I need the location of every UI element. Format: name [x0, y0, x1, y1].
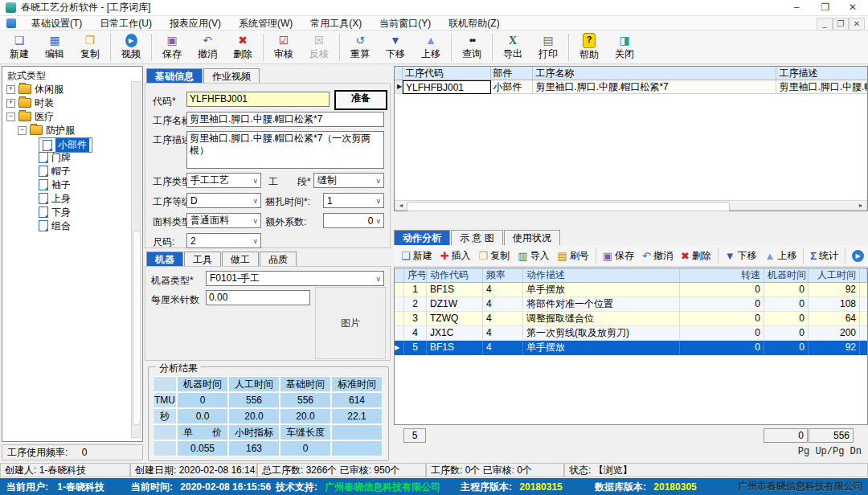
copy-button[interactable]: ❐ 复制 — [72, 31, 108, 63]
action-undo-button[interactable]: ↶ 撤消 — [638, 246, 677, 265]
close-icon[interactable]: ✕ — [839, 0, 866, 15]
col-header-machine-time[interactable]: 机器时间 — [764, 268, 809, 283]
restore-icon[interactable]: ❐ — [812, 0, 839, 15]
col-header-process-code[interactable]: 工序代码 — [403, 67, 491, 80]
process-name-cell[interactable]: 剪里袖口.脚口.中腰.帽口松紧*7 — [533, 80, 776, 94]
action-code-cell[interactable]: DZ1W — [427, 297, 483, 312]
menu-item-reports[interactable]: 报表应用(V) — [161, 16, 230, 31]
ready-button[interactable]: 准备 — [334, 90, 387, 110]
tab-basic-info[interactable]: 基础信息 — [146, 68, 203, 84]
action-grid-row[interactable]: 2 DZ1W 4 将部件对准一个位置 0 0 108 — [395, 297, 867, 312]
seq-cell[interactable]: 1 — [404, 283, 427, 297]
menu-item-system-management[interactable]: 系统管理(W) — [230, 16, 301, 31]
col-header-part[interactable]: 部件 — [491, 67, 534, 80]
action-code-cell[interactable]: JX1C — [427, 326, 483, 341]
labor-time-cell[interactable]: 108 — [809, 297, 860, 312]
machine-time-cell[interactable]: 0 — [764, 297, 809, 312]
minimize-icon[interactable]: – — [783, 0, 810, 15]
new-button[interactable]: ❏ 新建 — [2, 31, 37, 63]
menu-item-current-window[interactable]: 当前窗口(Y) — [371, 16, 440, 31]
machine-time-cell[interactable]: 0 — [764, 312, 809, 326]
process-name-input[interactable]: 剪里袖口.脚口.中腰.帽口松紧*7 — [186, 112, 384, 127]
tab-action-analysis[interactable]: 动作分析 — [394, 230, 450, 245]
export-button[interactable]: X 导出 — [495, 31, 530, 63]
stitches-per-cm-input[interactable]: 0.00 — [206, 290, 310, 305]
action-desc-cell[interactable]: 将部件对准一个位置 — [523, 297, 680, 312]
process-desc-textarea[interactable]: 剪里袖口.脚口.中腰.帽口松紧*7（一次剪两根） — [186, 131, 384, 169]
expand-plus-icon[interactable]: + — [6, 99, 15, 108]
speed-cell[interactable]: 0 — [680, 297, 764, 312]
delete-button[interactable]: ✖ 删除 — [225, 31, 260, 63]
seq-cell[interactable]: 5 — [404, 341, 427, 355]
action-code-cell[interactable]: TZWQ — [427, 312, 483, 326]
frequency-cell[interactable]: 4 — [483, 341, 523, 355]
process-desc-cell[interactable]: 剪里袖口.脚口.中腰.帽口松紧*7（一次剪两根） — [776, 80, 867, 94]
speed-cell[interactable]: 0 — [680, 283, 764, 297]
speed-cell[interactable]: 0 — [680, 312, 764, 326]
edit-button[interactable]: ▦ 编辑 — [37, 31, 72, 63]
labor-time-cell[interactable]: 92 — [809, 341, 860, 355]
scroll-left-icon[interactable]: ◄ — [396, 202, 406, 210]
move-down-button[interactable]: ▼ 下移 — [378, 31, 413, 63]
mdi-restore-icon[interactable]: ❐ — [833, 18, 849, 31]
tab-workmanship[interactable]: 做工 — [222, 252, 259, 267]
process-code-cell[interactable]: YLFHFBJ001 — [403, 80, 491, 94]
tab-work-video[interactable]: 作业视频 — [203, 68, 260, 84]
seq-cell[interactable]: 3 — [404, 312, 427, 326]
machine-type-select[interactable]: F0101-手工∨ — [206, 271, 384, 286]
frequency-cell[interactable]: 4 — [483, 297, 523, 312]
frequency-cell[interactable]: 4 — [483, 312, 523, 326]
help-button[interactable]: ? 帮助 — [571, 31, 607, 63]
col-header-speed[interactable]: 转速 — [680, 268, 764, 283]
frequency-cell[interactable]: 4 — [483, 326, 523, 341]
size-select[interactable]: 2∨ — [186, 233, 261, 248]
action-desc-cell[interactable]: 调整握取缝合位 — [523, 312, 680, 326]
action-move-up-button[interactable]: ▲ 上移 — [761, 246, 801, 265]
labor-time-cell[interactable]: 64 — [809, 312, 860, 326]
col-header-labor-time[interactable]: 人工时间 — [809, 268, 860, 283]
tree-item-sleeve[interactable]: 袖子 — [39, 178, 71, 191]
frequency-cell[interactable]: 4 — [483, 283, 523, 297]
speed-cell[interactable]: 0 — [680, 341, 764, 355]
tab-schematic[interactable]: 示 意 图 — [451, 230, 503, 245]
action-grid-row[interactable]: 1 BF1S 4 单手摆放 0 0 92 — [395, 283, 867, 297]
video-button[interactable]: ▶ 视频 — [113, 31, 149, 63]
col-header-frequency[interactable]: 频率 — [483, 268, 523, 283]
action-grid-row[interactable]: 3 TZWQ 4 调整握取缝合位 0 0 64 — [395, 312, 867, 326]
process-table-hscrollbar[interactable]: ◄ ► — [395, 200, 867, 211]
tree-scrollbar-thumb[interactable] — [133, 231, 141, 425]
expand-minus-icon[interactable]: − — [6, 112, 15, 121]
menu-item-basic-settings[interactable]: 基础设置(T) — [23, 16, 91, 31]
menu-item-online-help[interactable]: 联机帮助(Z) — [440, 16, 508, 31]
process-table-row[interactable]: ▶ YLFHFBJ001 小部件 剪里袖口.脚口.中腰.帽口松紧*7 剪里袖口.… — [395, 80, 867, 94]
menu-item-daily-work[interactable]: 日常工作(U) — [91, 16, 161, 31]
tree-item-combination[interactable]: 组合 — [39, 219, 71, 232]
action-desc-cell[interactable]: 单手摆放 — [523, 341, 680, 355]
menu-item-common-tools[interactable]: 常用工具(X) — [301, 16, 371, 31]
process-grade-select[interactable]: D∨ — [186, 193, 261, 208]
labor-time-cell[interactable]: 200 — [809, 326, 860, 341]
hscrollbar-thumb[interactable] — [407, 202, 730, 211]
close-window-button[interactable]: ◨ 关闭 — [607, 31, 642, 63]
tree-item-door-plate[interactable]: 门牌 — [39, 151, 71, 164]
fabric-type-select[interactable]: 普通面料∨ — [186, 213, 261, 228]
seq-cell[interactable]: 4 — [404, 326, 427, 341]
action-copy-button[interactable]: ❐ 复制 — [475, 246, 514, 265]
action-import-button[interactable]: ▥ 导入 — [514, 246, 553, 265]
tab-usage-status[interactable]: 使用状况 — [504, 230, 560, 245]
expand-minus-icon[interactable]: − — [18, 126, 27, 135]
mdi-minimize-icon[interactable]: _ — [817, 18, 833, 31]
expand-plus-icon[interactable]: + — [6, 85, 15, 94]
code-input[interactable]: YLFHFBJ001 — [186, 92, 330, 107]
tree-item-medical[interactable]: − 医疗 — [6, 110, 54, 123]
action-stats-button[interactable]: Σ 统计 — [806, 246, 842, 265]
action-save-button[interactable]: ▣ 保存 — [599, 246, 638, 265]
undo-button[interactable]: ↶ 撤消 — [190, 31, 225, 63]
tab-machine[interactable]: 机器 — [146, 252, 183, 267]
bundle-time-select[interactable]: 1∨ — [323, 193, 384, 208]
action-code-cell[interactable]: BF1S — [427, 283, 483, 297]
scroll-right-icon[interactable]: ► — [856, 202, 866, 210]
save-button[interactable]: ▣ 保存 — [154, 31, 190, 63]
audit-button[interactable]: ☑ 审核 — [266, 31, 301, 63]
tree-item-hat[interactable]: 帽子 — [39, 165, 71, 178]
